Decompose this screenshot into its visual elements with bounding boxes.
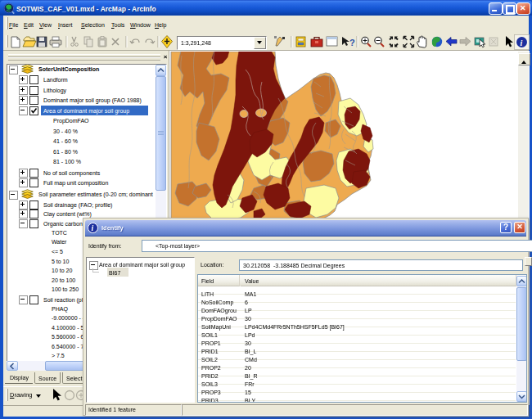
svg-text:i: i (521, 38, 523, 47)
svg-text:?: ? (349, 38, 355, 47)
